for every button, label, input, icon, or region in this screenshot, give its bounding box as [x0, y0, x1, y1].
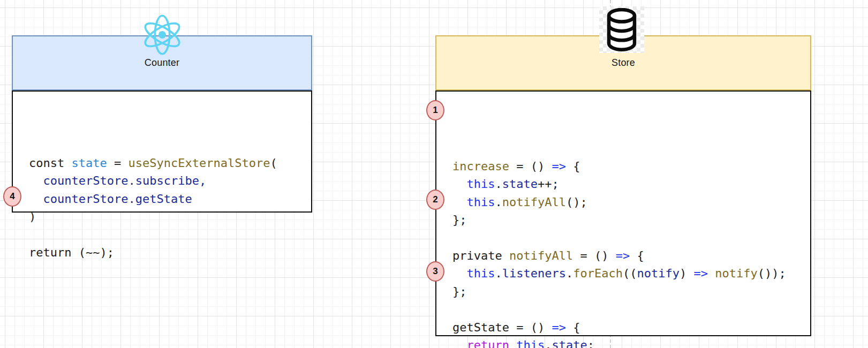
database-icon[interactable]	[599, 6, 644, 53]
step-badge-4[interactable]: 4	[3, 186, 21, 207]
step-badge-2-number: 2	[433, 194, 437, 205]
step-badge-4-number: 4	[10, 191, 14, 202]
store-node[interactable]: Store increase = () => { this.state++; t…	[435, 35, 811, 336]
store-title: Store	[612, 57, 635, 69]
counter-code: const state = useSyncExternalStore( coun…	[29, 154, 277, 261]
step-badge-1-number: 1	[433, 105, 437, 116]
step-badge-1[interactable]: 1	[426, 100, 444, 120]
diagram-canvas: Counter const state = useSyncExternalSto…	[0, 0, 868, 348]
step-badge-2[interactable]: 2	[426, 190, 444, 210]
step-badge-3[interactable]: 3	[426, 261, 444, 282]
counter-body: const state = useSyncExternalStore( coun…	[12, 90, 312, 213]
counter-node[interactable]: Counter const state = useSyncExternalSto…	[12, 35, 312, 213]
store-body: increase = () => { this.state++; this.no…	[435, 90, 811, 336]
store-code-block-getstate: getState = () => { return this.state;};	[452, 319, 594, 348]
store-code-block-increase: increase = () => { this.state++; this.no…	[452, 157, 587, 229]
store-code-block-notifyall: private notifyAll = () => { this.listene…	[452, 247, 786, 300]
counter-title: Counter	[145, 57, 179, 69]
step-badge-3-number: 3	[433, 266, 437, 277]
react-logo-icon[interactable]	[141, 13, 183, 57]
